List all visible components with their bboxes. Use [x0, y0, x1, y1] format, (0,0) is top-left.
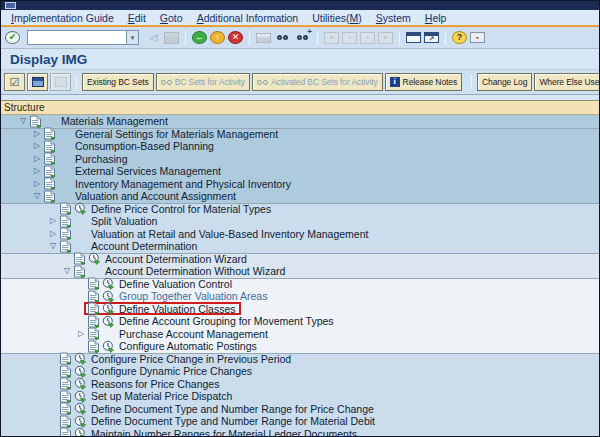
tree-item-label[interactable]: Maintain Number Ranges for Material Ledg… [91, 428, 357, 436]
tree-item-account-determination[interactable]: ▽ Account Determination [1, 240, 599, 253]
execute-activity-icon[interactable] [74, 427, 88, 436]
img-documentation-icon[interactable] [43, 152, 58, 165]
tree-item-configure-dynamic-price-changes[interactable]: Configure Dynamic Price Changes [1, 365, 599, 378]
tree-item-configure-automatic-postings[interactable]: Configure Automatic Postings [1, 340, 599, 353]
execute-activity-icon[interactable] [74, 352, 88, 365]
tree-item-maintain-number-ranges-for-material-ledger-documents[interactable]: Maintain Number Ranges for Material Ledg… [1, 428, 599, 437]
img-documentation-icon[interactable] [59, 365, 74, 378]
tree-item-label[interactable]: Consumption-Based Planning [75, 140, 214, 152]
img-documentation-icon[interactable] [43, 165, 58, 178]
tree-item-label[interactable]: Reasons for Price Changes [91, 378, 219, 390]
img-documentation-icon[interactable] [59, 240, 74, 253]
bc-set-display-icon-button[interactable] [27, 73, 48, 91]
tree-item-label[interactable]: Configure Dynamic Price Changes [91, 365, 252, 377]
find-next-icon[interactable]: + [294, 31, 311, 45]
tree-item-configure-price-change-in-previous-period[interactable]: Configure Price Change in Previous Perio… [1, 353, 599, 366]
tree-item-define-document-type-and-number-range-for-material-debit[interactable]: Define Document Type and Number Range fo… [1, 415, 599, 428]
tree-item-label[interactable]: Purchase Account Management [119, 328, 268, 340]
tree-item-account-determination-wizard[interactable]: Account Determination Wizard [1, 253, 599, 266]
img-documentation-icon[interactable] [87, 302, 102, 315]
execute-activity-icon[interactable] [74, 402, 88, 415]
where-else-used-button[interactable]: Where Else Used [534, 73, 599, 91]
img-documentation-icon[interactable] [87, 277, 102, 290]
tree-item-label[interactable]: Define Account Grouping for Movement Typ… [119, 315, 334, 327]
existing-bc-sets-button[interactable]: Existing BC Sets [82, 73, 154, 91]
tree-item-general-settings-for-materials-management[interactable]: ▷ General Settings for Materials Managem… [1, 128, 599, 141]
tree-item-label[interactable]: Account Determination [91, 240, 197, 252]
find-icon[interactable] [274, 31, 291, 45]
img-documentation-icon[interactable] [59, 215, 74, 228]
img-documentation-icon[interactable] [59, 427, 74, 436]
menu-system[interactable]: System [376, 12, 411, 24]
execute-activity-icon[interactable] [102, 277, 116, 290]
img-documentation-icon[interactable] [87, 315, 102, 328]
tree-item-purchase-account-management[interactable]: ▷ Purchase Account Management [1, 328, 599, 341]
execute-activity-icon[interactable] [102, 340, 116, 353]
img-documentation-icon[interactable] [73, 265, 88, 278]
execute-activity-icon[interactable] [74, 415, 88, 428]
img-documentation-icon[interactable] [43, 127, 58, 140]
tree-item-label[interactable]: Purchasing [75, 153, 128, 165]
tree-item-label[interactable]: Define Document Type and Number Range fo… [91, 403, 374, 415]
tree-item-set-up-material-price-dispatch[interactable]: Set up Material Price Dispatch [1, 390, 599, 403]
create-shortcut-icon[interactable]: ↗ [424, 32, 439, 43]
enter-icon[interactable]: ✔ [5, 31, 20, 44]
expand-arrow-icon[interactable]: ▷ [31, 167, 43, 175]
expand-arrow-icon[interactable]: ▷ [31, 180, 43, 188]
menu-additional-information[interactable]: Additional Information [197, 12, 299, 24]
execute-activity-icon[interactable] [102, 302, 116, 315]
change-log-button[interactable]: Change Log [477, 73, 532, 91]
tree-item-define-account-grouping-for-movement-types[interactable]: Define Account Grouping for Movement Typ… [1, 315, 599, 328]
tree-item-purchasing[interactable]: ▷ Purchasing [1, 153, 599, 166]
tree-item-label[interactable]: Define Valuation Classes [119, 303, 236, 315]
tree-item-label[interactable]: Account Determination Wizard [105, 253, 247, 265]
img-documentation-icon[interactable] [29, 115, 44, 128]
tree-item-label[interactable]: Inventory Management and Physical Invent… [75, 178, 291, 190]
expand-arrow-icon[interactable]: ▷ [47, 217, 59, 225]
img-documentation-icon[interactable] [59, 415, 74, 428]
tree-item-valuation-and-account-assignment[interactable]: ▽ Valuation and Account Assignment [1, 190, 599, 203]
tree-item-group-together-valuation-areas[interactable]: Group Together Valuation Areas [1, 290, 599, 303]
tree-item-label[interactable]: Valuation and Account Assignment [75, 190, 236, 202]
tree-item-label[interactable]: General Settings for Materials Managemen… [75, 128, 278, 140]
img-documentation-icon[interactable] [59, 202, 74, 215]
expand-arrow-icon[interactable]: ▷ [31, 130, 43, 138]
command-history-dropdown-icon[interactable]: ▾ [126, 30, 139, 45]
img-documentation-icon[interactable] [59, 402, 74, 415]
tree-item-define-valuation-classes[interactable]: Define Valuation Classes [1, 303, 599, 316]
img-documentation-icon[interactable] [59, 377, 74, 390]
collapse-arrow-icon[interactable]: ▽ [31, 192, 43, 200]
tree-item-label[interactable]: Group Together Valuation Areas [119, 290, 267, 302]
tree-item-label[interactable]: Configure Automatic Postings [119, 340, 257, 352]
back-icon[interactable]: ← [192, 31, 207, 44]
img-documentation-icon[interactable] [43, 177, 58, 190]
tree-item-define-price-control-for-material-types[interactable]: Define Price Control for Material Types [1, 203, 599, 216]
img-documentation-icon[interactable] [43, 190, 58, 203]
window-menu-icon[interactable] [5, 2, 16, 9]
collapse-toolbar-icon[interactable]: ◁ [146, 31, 161, 45]
tree-item-label[interactable]: Define Valuation Control [119, 278, 232, 290]
expand-arrow-icon[interactable]: ▷ [75, 330, 87, 338]
tree-item-label[interactable]: Define Document Type and Number Range fo… [91, 415, 375, 427]
new-session-icon[interactable] [406, 32, 421, 43]
img-documentation-icon[interactable] [73, 252, 88, 265]
tree-item-label[interactable]: Valuation at Retail and Value-Based Inve… [91, 228, 368, 240]
choose-icon-button[interactable]: ☑ [4, 73, 25, 91]
tree-item-label[interactable]: External Services Management [75, 165, 221, 177]
collapse-arrow-icon[interactable]: ▽ [61, 267, 73, 275]
execute-activity-icon[interactable] [74, 377, 88, 390]
execute-activity-icon[interactable] [102, 315, 116, 328]
img-documentation-icon[interactable] [59, 227, 74, 240]
tree-item-materials-management[interactable]: ▽ Materials Management [1, 115, 599, 128]
img-documentation-icon[interactable] [87, 340, 102, 353]
tree-item-valuation-at-retail-and-value-based-inventory-management[interactable]: ▷ Valuation at Retail and Value-Based In… [1, 228, 599, 241]
menu-utilities-m[interactable]: Utilities(M) [312, 12, 362, 24]
img-documentation-icon[interactable] [59, 352, 74, 365]
menu-implementation-guide[interactable]: Implementation Guide [11, 12, 114, 24]
img-documentation-icon[interactable] [43, 140, 58, 153]
release-notes-button[interactable]: iRelease Notes [385, 73, 462, 91]
execute-activity-icon[interactable] [74, 202, 88, 215]
execute-activity-icon[interactable] [88, 252, 102, 265]
collapse-arrow-icon[interactable]: ▽ [17, 117, 29, 125]
layout-menu-icon[interactable]: ▪ [470, 32, 485, 43]
